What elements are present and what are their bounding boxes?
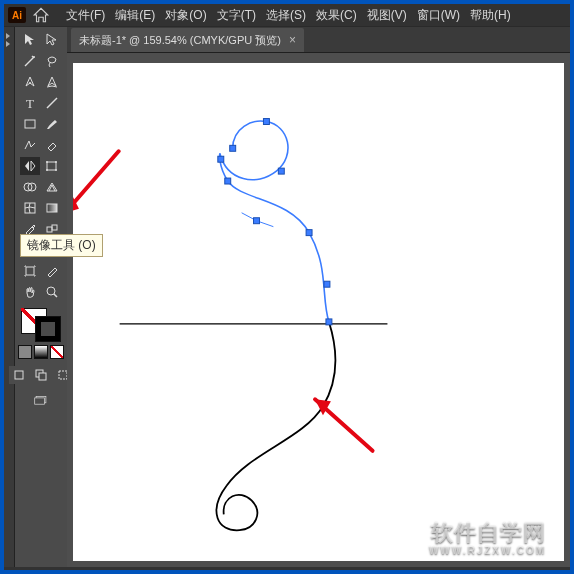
app-logo: Ai bbox=[8, 7, 26, 23]
reflect-tool[interactable] bbox=[20, 157, 40, 175]
svg-rect-5 bbox=[47, 162, 56, 170]
home-icon[interactable] bbox=[32, 6, 50, 24]
perspective-grid-tool[interactable] bbox=[42, 178, 62, 196]
lasso-tool[interactable] bbox=[42, 52, 62, 70]
tab-bar: 未标题-1* @ 159.54% (CMYK/GPU 预览) × bbox=[67, 27, 570, 53]
svg-rect-26 bbox=[15, 371, 23, 379]
color-mode-gradient[interactable] bbox=[34, 345, 48, 359]
svg-rect-31 bbox=[35, 398, 45, 404]
svg-line-3 bbox=[47, 98, 57, 108]
close-icon[interactable]: × bbox=[289, 33, 296, 47]
menu-edit[interactable]: 编辑(E) bbox=[111, 5, 159, 26]
annotation-arrow-canvas bbox=[315, 399, 373, 451]
svg-rect-4 bbox=[25, 120, 35, 128]
stroke-swatch[interactable] bbox=[35, 316, 61, 342]
title-bar: Ai 文件(F) 编辑(E) 对象(O) 文字(T) 选择(S) 效果(C) 视… bbox=[4, 4, 570, 27]
svg-point-0 bbox=[33, 56, 35, 58]
line-tool[interactable] bbox=[42, 94, 62, 112]
mesh-tool[interactable] bbox=[20, 199, 40, 217]
annotation-arrow-tool bbox=[73, 151, 119, 212]
screen-mode-icon[interactable] bbox=[19, 391, 63, 409]
selection-tool[interactable] bbox=[20, 31, 40, 49]
document-tab[interactable]: 未标题-1* @ 159.54% (CMYK/GPU 预览) × bbox=[71, 28, 304, 52]
brush-tool[interactable] bbox=[42, 115, 62, 133]
magic-wand-tool[interactable] bbox=[20, 52, 40, 70]
menu-help[interactable]: 帮助(H) bbox=[466, 5, 515, 26]
svg-text:T: T bbox=[26, 96, 34, 110]
gradient-tool[interactable] bbox=[42, 199, 62, 217]
svg-point-8 bbox=[46, 169, 48, 171]
svg-rect-36 bbox=[278, 168, 284, 174]
pen-tool[interactable] bbox=[20, 73, 40, 91]
menu-window[interactable]: 窗口(W) bbox=[413, 5, 464, 26]
svg-line-25 bbox=[54, 294, 57, 297]
document-area: 未标题-1* @ 159.54% (CMYK/GPU 预览) × bbox=[67, 27, 570, 567]
watermark-line1: 软件自学网 bbox=[431, 520, 546, 545]
mirrored-path bbox=[217, 322, 336, 530]
curvature-tool[interactable] bbox=[42, 73, 62, 91]
free-transform-tool[interactable] bbox=[42, 157, 62, 175]
svg-rect-13 bbox=[47, 204, 57, 212]
svg-point-24 bbox=[47, 287, 55, 295]
color-swatch-area bbox=[17, 308, 65, 409]
fill-stroke-swatch[interactable] bbox=[21, 308, 61, 342]
slice-tool[interactable] bbox=[42, 262, 62, 280]
tool-tooltip: 镜像工具 (O) bbox=[20, 234, 103, 257]
menu-effect[interactable]: 效果(C) bbox=[312, 5, 361, 26]
draw-behind-icon[interactable] bbox=[31, 366, 51, 384]
hand-tool[interactable] bbox=[20, 283, 40, 301]
menu-type[interactable]: 文字(T) bbox=[213, 5, 260, 26]
svg-point-1 bbox=[29, 82, 31, 84]
svg-rect-14 bbox=[47, 227, 52, 232]
svg-rect-40 bbox=[306, 230, 312, 236]
menu-file[interactable]: 文件(F) bbox=[62, 5, 109, 26]
shape-builder-tool[interactable] bbox=[20, 178, 40, 196]
menu-object[interactable]: 对象(O) bbox=[161, 5, 210, 26]
svg-rect-41 bbox=[324, 281, 330, 287]
panel-collapse-strip[interactable] bbox=[4, 27, 15, 567]
color-mode-none[interactable] bbox=[50, 345, 64, 359]
menu-bar: 文件(F) 编辑(E) 对象(O) 文字(T) 选择(S) 效果(C) 视图(V… bbox=[62, 5, 515, 26]
anchor-points[interactable] bbox=[218, 119, 332, 325]
zoom-tool[interactable] bbox=[42, 283, 62, 301]
type-tool[interactable]: T bbox=[20, 94, 40, 112]
svg-rect-38 bbox=[225, 178, 231, 184]
watermark: 软件自学网 WWW.RJZXW.COM bbox=[429, 521, 546, 556]
eraser-tool[interactable] bbox=[42, 136, 62, 154]
menu-view[interactable]: 视图(V) bbox=[363, 5, 411, 26]
canvas-wrap bbox=[67, 53, 570, 567]
document-tab-label: 未标题-1* @ 159.54% (CMYK/GPU 预览) bbox=[79, 33, 281, 48]
watermark-line2: WWW.RJZXW.COM bbox=[429, 545, 546, 556]
toolbox: T bbox=[15, 27, 67, 567]
svg-rect-28 bbox=[39, 373, 46, 380]
svg-rect-37 bbox=[218, 156, 224, 162]
canvas[interactable] bbox=[73, 63, 564, 561]
svg-rect-34 bbox=[230, 145, 236, 151]
svg-rect-35 bbox=[263, 119, 269, 125]
svg-rect-29 bbox=[59, 371, 67, 379]
artwork-svg bbox=[73, 63, 564, 561]
direct-selection-tool[interactable] bbox=[42, 31, 62, 49]
rectangle-tool[interactable] bbox=[20, 115, 40, 133]
svg-point-9 bbox=[55, 169, 57, 171]
svg-rect-15 bbox=[52, 225, 57, 230]
svg-point-7 bbox=[55, 161, 57, 163]
shaper-tool[interactable] bbox=[20, 136, 40, 154]
svg-rect-39 bbox=[254, 218, 260, 224]
color-mode-solid[interactable] bbox=[18, 345, 32, 359]
artboard-tool[interactable] bbox=[20, 262, 40, 280]
draw-normal-icon[interactable] bbox=[9, 366, 29, 384]
svg-rect-42 bbox=[326, 319, 332, 325]
svg-point-6 bbox=[46, 161, 48, 163]
svg-rect-23 bbox=[26, 267, 34, 275]
menu-select[interactable]: 选择(S) bbox=[262, 5, 310, 26]
